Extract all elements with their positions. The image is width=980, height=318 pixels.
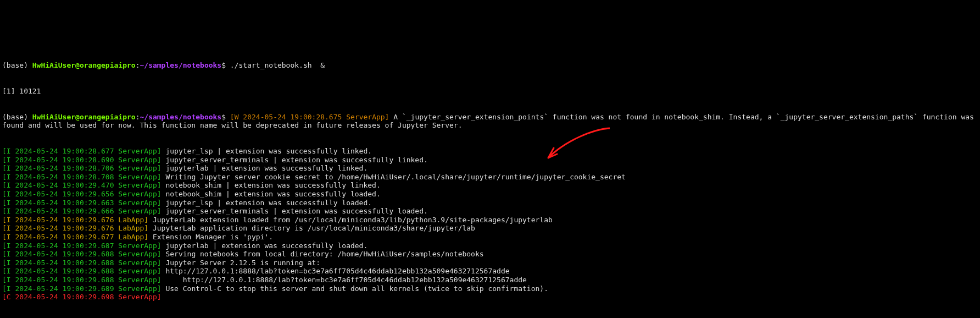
log-tag: [I 2024-05-24 19:00:29.656 ServerApp] (2, 190, 162, 198)
log-line: [I 2024-05-24 19:00:28.677 ServerApp] ju… (2, 147, 978, 156)
prompt-path: ~/samples/notebooks (140, 61, 221, 69)
prompt-at: @ (75, 61, 80, 69)
log-msg: notebook_shim | extension was successful… (162, 190, 381, 198)
warn-tag: [W 2024-05-24 19:00:28.675 ServerApp] (230, 113, 389, 121)
log-line: [I 2024-05-24 19:00:29.687 ServerApp] ju… (2, 242, 978, 250)
log-tag: [C 2024-05-24 19:00:29.698 ServerApp] (2, 293, 162, 301)
log-tag: [I 2024-05-24 19:00:28.677 ServerApp] (2, 147, 162, 155)
bg-job-line: [1] 10121 (2, 87, 978, 96)
log-tag: [I 2024-05-24 19:00:28.706 ServerApp] (2, 164, 162, 172)
prompt-path: ~/samples/notebooks (140, 113, 221, 121)
log-msg: jupyterlab | extension was successfully … (162, 242, 368, 250)
log-tag: [I 2024-05-24 19:00:29.676 LabApp] (2, 216, 148, 224)
log-tag: [I 2024-05-24 19:00:28.708 ServerApp] (2, 173, 162, 181)
log-line: [C 2024-05-24 19:00:29.698 ServerApp] (2, 293, 978, 301)
log-msg: notebook_shim | extension was successful… (162, 181, 381, 189)
log-tag: [I 2024-05-24 19:00:29.688 ServerApp] (2, 267, 162, 275)
env-base: (base) (2, 113, 32, 121)
log-tag: [I 2024-05-24 19:00:29.688 ServerApp] (2, 259, 162, 267)
log-tag: [I 2024-05-24 19:00:29.676 LabApp] (2, 224, 148, 232)
log-tag: [I 2024-05-24 19:00:29.666 ServerApp] (2, 207, 162, 215)
prompt-line-2: (base) HwHiAiUser@orangepiaipro:~/sample… (2, 113, 978, 130)
log-line: [I 2024-05-24 19:00:29.663 ServerApp] ju… (2, 199, 978, 207)
log-tag: [I 2024-05-24 19:00:29.688 ServerApp] (2, 276, 162, 284)
log-line: [I 2024-05-24 19:00:29.689 ServerApp] Us… (2, 284, 978, 293)
log-line: [I 2024-05-24 19:00:29.677 LabApp] Exten… (2, 233, 978, 242)
log-msg: Extension Manager is 'pypi'. (148, 233, 273, 241)
terminal[interactable]: (base) HwHiAiUser@orangepiaipro:~/sample… (0, 43, 980, 318)
log-msg: Writing Jupyter server cookie secret to … (162, 173, 626, 181)
log-line: [I 2024-05-24 19:00:29.688 ServerApp] ht… (2, 267, 978, 276)
log-msg: Jupyter Server 2.12.5 is running at: (162, 259, 321, 267)
log-tag: [I 2024-05-24 19:00:29.663 ServerApp] (2, 199, 162, 207)
log-lines: [I 2024-05-24 19:00:28.677 ServerApp] ju… (2, 147, 978, 301)
prompt-line-1: (base) HwHiAiUser@orangepiaipro:~/sample… (2, 61, 978, 70)
log-tag: [I 2024-05-24 19:00:29.677 LabApp] (2, 233, 148, 241)
log-line: [I 2024-05-24 19:00:28.708 ServerApp] Wr… (2, 173, 978, 182)
prompt-at: @ (75, 113, 80, 121)
log-line: [I 2024-05-24 19:00:29.666 ServerApp] ju… (2, 207, 978, 216)
log-msg: jupyterlab | extension was successfully … (162, 164, 368, 172)
log-msg: jupyter_server_terminals | extension was… (162, 207, 428, 215)
log-msg: jupyter_lsp | extension was successfully… (162, 199, 372, 207)
log-msg: JupyterLab application directory is /usr… (148, 224, 475, 232)
log-line: [I 2024-05-24 19:00:29.676 LabApp] Jupyt… (2, 216, 978, 224)
log-msg: http://127.0.0.1:8888/lab?token=bc3e7a6f… (162, 276, 527, 284)
prompt-user: HwHiAiUser (32, 61, 75, 69)
prompt-dollar: $ (221, 113, 230, 121)
log-line: [I 2024-05-24 19:00:29.688 ServerApp] Ju… (2, 259, 978, 267)
log-msg: http://127.0.0.1:8888/lab?token=bc3e7a6f… (162, 267, 510, 275)
log-tag: [I 2024-05-24 19:00:29.689 ServerApp] (2, 284, 162, 293)
prompt-host: orangepiaipro (80, 61, 136, 69)
log-line: [I 2024-05-24 19:00:29.470 ServerApp] no… (2, 181, 978, 190)
command-1: ./start_notebook.sh & (230, 61, 325, 69)
prompt-user: HwHiAiUser (32, 113, 75, 121)
prompt-host: orangepiaipro (80, 113, 136, 121)
log-line: [I 2024-05-24 19:00:29.688 ServerApp] Se… (2, 250, 978, 259)
log-tag: [I 2024-05-24 19:00:29.470 ServerApp] (2, 181, 162, 189)
log-tag: [I 2024-05-24 19:00:29.687 ServerApp] (2, 242, 162, 250)
log-tag: [I 2024-05-24 19:00:28.690 ServerApp] (2, 156, 162, 164)
log-line: [I 2024-05-24 19:00:29.656 ServerApp] no… (2, 190, 978, 199)
log-msg: Serving notebooks from local directory: … (162, 250, 484, 258)
log-tag: [I 2024-05-24 19:00:29.688 ServerApp] (2, 250, 162, 258)
prompt-dollar: $ (221, 61, 230, 69)
log-line: [I 2024-05-24 19:00:28.706 ServerApp] ju… (2, 164, 978, 173)
log-line: [I 2024-05-24 19:00:28.690 ServerApp] ju… (2, 156, 978, 165)
log-msg: jupyter_lsp | extension was successfully… (162, 147, 372, 155)
log-line: [I 2024-05-24 19:00:29.688 ServerApp] ht… (2, 276, 978, 284)
log-line: [I 2024-05-24 19:00:29.676 LabApp] Jupyt… (2, 224, 978, 233)
env-base: (base) (2, 61, 32, 69)
log-msg: JupyterLab extension loaded from /usr/lo… (148, 216, 553, 224)
log-msg: Use Control-C to stop this server and sh… (162, 284, 548, 293)
log-msg: jupyter_server_terminals | extension was… (162, 156, 428, 164)
